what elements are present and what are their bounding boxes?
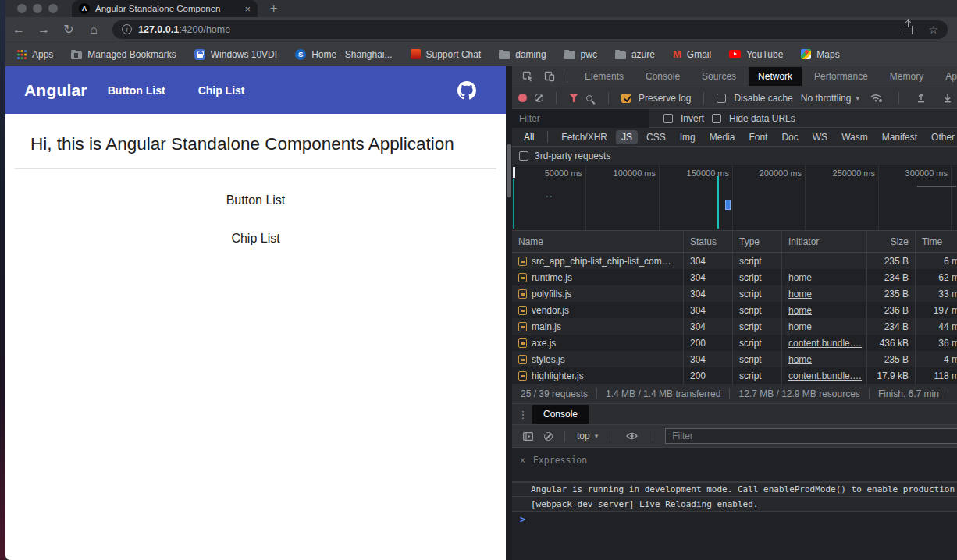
invert-label[interactable]: Invert: [681, 113, 704, 124]
expression-placeholder[interactable]: Expression: [533, 455, 587, 466]
reload-icon[interactable]: ↻: [59, 22, 78, 37]
network-overview-timeline[interactable]: 50000 ms 100000 ms 150000 ms 200000 ms 2…: [512, 165, 957, 231]
initiator-link[interactable]: home: [788, 321, 812, 332]
github-link[interactable]: [457, 81, 476, 100]
column-header-size[interactable]: Size: [867, 231, 916, 252]
tab-sources[interactable]: Sources: [692, 67, 745, 86]
initiator-link[interactable]: home: [788, 289, 812, 299]
network-filter-input[interactable]: [512, 109, 649, 128]
button-list-link[interactable]: Button List: [5, 193, 506, 207]
clear-console-icon[interactable]: [544, 432, 553, 441]
network-conditions-icon[interactable]: [867, 93, 886, 103]
site-info-icon[interactable]: i: [122, 24, 132, 34]
javascript-context-select[interactable]: top ▾: [577, 431, 598, 441]
page-scrollbar[interactable]: [506, 66, 512, 560]
url-bar[interactable]: i 127.0.0.1:4200/home ☆: [112, 20, 948, 39]
console-sidebar-toggle-icon[interactable]: [518, 432, 537, 441]
bookmark-folder-pwc[interactable]: pwc: [560, 49, 602, 60]
type-filter-other[interactable]: Other: [926, 130, 957, 144]
preserve-log-label[interactable]: Preserve log: [639, 93, 691, 104]
tab-close-icon[interactable]: ×: [244, 4, 251, 14]
bookmark-youtube[interactable]: YouTube: [724, 49, 788, 60]
type-filter-doc[interactable]: Doc: [776, 130, 803, 144]
type-filter-manifest[interactable]: Manifest: [877, 130, 923, 144]
share-icon[interactable]: [905, 26, 913, 34]
column-header-time[interactable]: Time: [916, 231, 957, 252]
bookmark-folder-azure[interactable]: azure: [610, 49, 660, 60]
live-expression-eye-icon[interactable]: [622, 432, 641, 440]
zoom-window-button[interactable]: [48, 4, 58, 13]
close-window-button[interactable]: [17, 4, 27, 13]
type-filter-media[interactable]: Media: [704, 130, 741, 144]
type-filter-wasm[interactable]: Wasm: [836, 130, 873, 144]
column-header-initiator[interactable]: Initiator: [782, 231, 867, 252]
initiator-link[interactable]: content.bundle.…: [788, 370, 862, 381]
chip-list-link[interactable]: Chip List: [5, 232, 506, 246]
console-drawer-tab[interactable]: Console: [532, 405, 589, 424]
third-party-label[interactable]: 3rd-party requests: [535, 151, 610, 161]
type-filter-img[interactable]: Img: [674, 130, 701, 144]
console-prompt-row[interactable]: >: [512, 512, 957, 527]
initiator-link[interactable]: home: [788, 305, 812, 316]
new-tab-button[interactable]: +: [270, 2, 277, 16]
type-filter-font[interactable]: Font: [743, 130, 773, 144]
nav-button-list-link[interactable]: Button List: [108, 84, 165, 97]
back-icon[interactable]: ←: [9, 23, 28, 37]
type-filter-js[interactable]: JS: [616, 130, 638, 144]
tab-console[interactable]: Console: [636, 67, 689, 86]
throttling-select[interactable]: No throttling ▾: [801, 93, 859, 104]
table-row[interactable]: main.js 304 script home 234 B 44 ms: [512, 318, 957, 335]
tab-performance[interactable]: Performance: [805, 67, 877, 86]
column-header-status[interactable]: Status: [684, 231, 733, 252]
remove-expression-icon[interactable]: ×: [520, 455, 525, 466]
type-filter-css[interactable]: CSS: [641, 130, 671, 144]
filter-funnel-icon[interactable]: [569, 94, 578, 102]
export-har-icon[interactable]: [938, 94, 957, 103]
invert-checkbox[interactable]: [663, 114, 673, 123]
initiator-link[interactable]: home: [788, 354, 812, 365]
table-row[interactable]: axe.js 200 script content.bundle.… 436 k…: [512, 335, 957, 351]
table-row[interactable]: styles.js 304 script home 235 B 4 ms: [512, 351, 957, 367]
bookmark-maps[interactable]: Maps: [796, 49, 844, 60]
forward-icon[interactable]: →: [34, 23, 53, 37]
disable-cache-label[interactable]: Disable cache: [734, 93, 792, 104]
minimize-window-button[interactable]: [33, 4, 42, 13]
scrollbar-thumb[interactable]: [507, 144, 511, 197]
nav-chip-list-link[interactable]: Chip List: [198, 84, 245, 97]
preserve-log-checkbox[interactable]: [621, 94, 631, 103]
table-row[interactable]: runtime.js 304 script home 234 B 62 ms: [512, 269, 957, 285]
type-filter-fetch-xhr[interactable]: Fetch/XHR: [556, 130, 613, 144]
bookmark-support-chat[interactable]: Support Chat: [406, 49, 486, 60]
column-header-type[interactable]: Type: [733, 231, 782, 252]
tab-elements[interactable]: Elements: [575, 67, 633, 86]
hide-data-urls-checkbox[interactable]: [712, 114, 721, 123]
third-party-checkbox[interactable]: [519, 151, 528, 161]
live-expression-row[interactable]: × Expression: [512, 448, 957, 482]
console-filter-input[interactable]: [665, 428, 957, 444]
tab-network[interactable]: Network: [749, 67, 802, 86]
table-row[interactable]: highlighter.js 200 script content.bundle…: [512, 367, 957, 384]
table-row[interactable]: src_app_chip-list_chip-list_com… 304 scr…: [512, 253, 957, 269]
initiator-link[interactable]: content.bundle.…: [788, 338, 862, 349]
disable-cache-checkbox[interactable]: [717, 94, 726, 103]
bookmark-windows-10vdi[interactable]: Windows 10VDI: [190, 49, 282, 60]
browser-tab[interactable]: A Angular Standalone Componen ×: [72, 0, 258, 17]
bookmark-managed-bookmarks[interactable]: Managed Bookmarks: [66, 49, 180, 60]
more-options-icon[interactable]: ⋮: [515, 409, 531, 420]
type-filter-all[interactable]: All: [518, 130, 539, 144]
tab-application[interactable]: Application: [936, 67, 957, 86]
bookmark-apps[interactable]: Apps: [12, 49, 58, 60]
table-row[interactable]: polyfills.js 304 script home 235 B 33 ms: [512, 285, 957, 302]
bookmark-home-shanghai[interactable]: SHome - Shanghai...: [290, 49, 397, 60]
type-filter-ws[interactable]: WS: [807, 130, 833, 144]
import-har-icon[interactable]: [912, 94, 930, 103]
inspect-element-icon[interactable]: [518, 71, 537, 82]
search-icon[interactable]: [586, 95, 592, 101]
initiator-link[interactable]: home: [788, 272, 812, 283]
tab-memory[interactable]: Memory: [881, 67, 933, 86]
record-network-log-icon[interactable]: [518, 94, 527, 102]
bookmark-star-icon[interactable]: ☆: [928, 23, 938, 36]
hide-data-urls-label[interactable]: Hide data URLs: [729, 113, 795, 124]
column-header-name[interactable]: Name: [512, 231, 684, 252]
bookmark-folder-daming[interactable]: daming: [494, 49, 550, 60]
